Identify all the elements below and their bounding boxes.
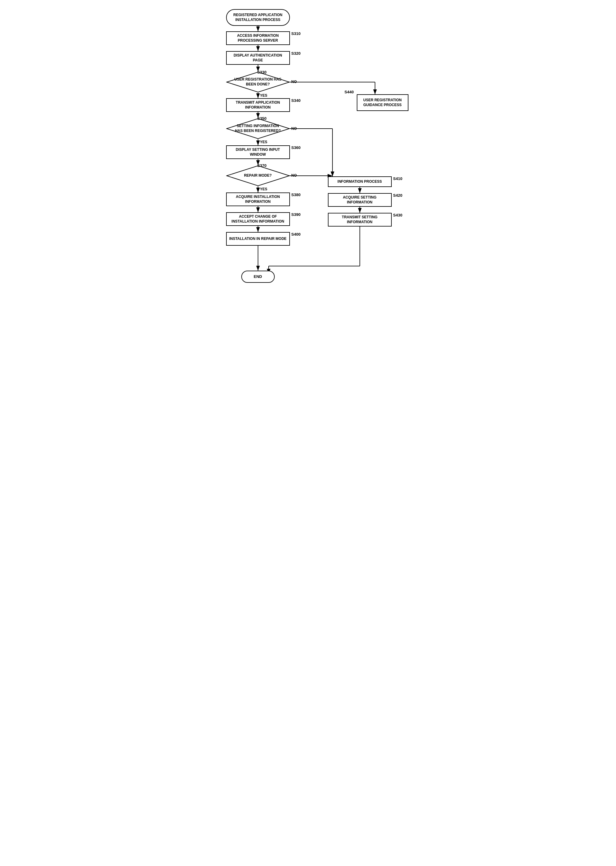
s350-yes-label: YES [260,140,267,144]
s370-no-label: NO [291,173,297,178]
s360-label: S360 [291,145,300,150]
s310-label: S310 [291,31,300,36]
s410-label: S410 [393,176,402,181]
s320-label: S320 [291,51,300,56]
s350-node: SETTING INFORMATION HAS BEEN REGISTERED? [226,118,290,139]
s430-node: TRANSMIT SETTING INFORMATION [328,213,392,227]
start-node: REGISTERED APPLICATION INSTALLATION PROC… [226,9,290,26]
s440-label: S440 [345,90,354,94]
s350-no-label: NO [291,126,297,131]
flowchart-diagram: REGISTERED APPLICATION INSTALLATION PROC… [202,6,415,304]
s420-node: ACQUIRE SETTING INFORMATION [328,193,392,207]
s340-label: S340 [291,98,300,103]
s330-label: S330 [258,70,267,74]
s420-label: S420 [393,193,402,198]
s320-node: DISPLAY AUTHENTICATION PAGE [226,51,290,65]
s430-label: S430 [393,213,402,217]
s370-label: S370 [258,163,267,168]
s410-node: INFORMATION PROCESS [328,176,392,187]
s400-node: INSTALLATION IN REPAIR MODE [226,232,290,246]
s390-label: S390 [291,212,300,217]
s370-node: REPAIR MODE? [226,165,290,186]
s390-node: ACCEPT CHANGE OF INSTALLATION INFORMATIO… [226,212,290,226]
s350-label: S350 [258,116,267,121]
s360-node: DISPLAY SETTING INPUT WINDOW [226,145,290,159]
s330-node: USER REGISTRATION HAS BEEN DONE? [226,71,290,93]
s400-label: S400 [291,232,300,236]
s440-node: USER REGISTRATION GUIDANCE PROCESS [357,94,409,111]
end-node: END [241,271,275,283]
s380-node: ACQUIRE INSTALLATION INFORMATION [226,192,290,206]
s380-label: S380 [291,192,300,197]
s330-no-label: NO [291,80,297,84]
s330-yes-label: YES [260,93,267,98]
s340-node: TRANSMIT APPLICATION INFORMATION [226,98,290,112]
s310-node: ACCESS INFORMATION PROCESSING SERVER [226,31,290,45]
s370-yes-label: YES [260,187,267,191]
